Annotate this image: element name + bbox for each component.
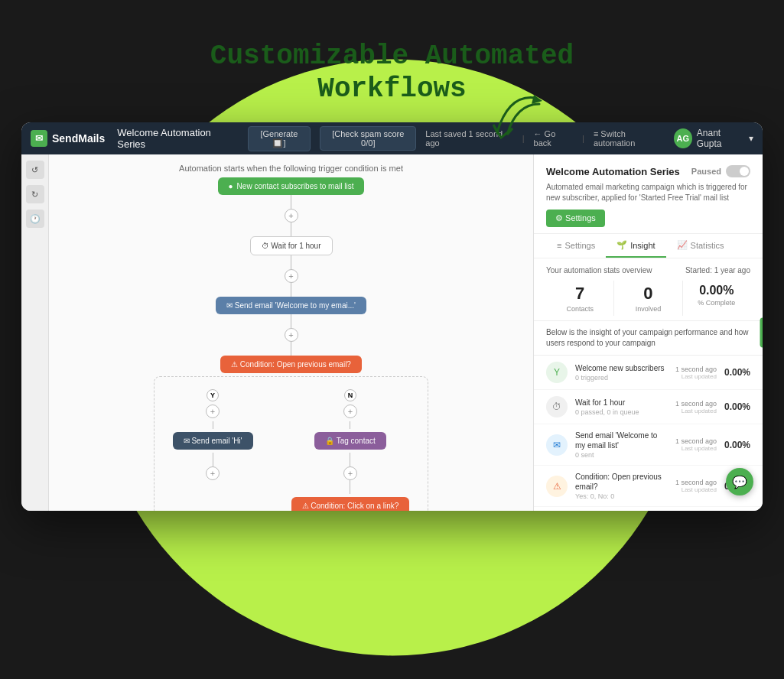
- insight-pct-0: 0.00%: [724, 367, 750, 378]
- yes-label: Y: [207, 389, 219, 401]
- sidebar-redo-icon[interactable]: ↻: [26, 185, 44, 203]
- chevron-down-icon: ▾: [749, 133, 753, 144]
- condition-node[interactable]: ⚠ Condition: Open previous email?: [220, 356, 362, 373]
- tab-statistics[interactable]: 📈 Statistics: [666, 234, 735, 258]
- insight-time-0: 1 second ago: [675, 365, 717, 373]
- stat-contacts: 7 Contacts: [546, 281, 614, 316]
- started-label: Started: 1 year ago: [685, 266, 750, 275]
- tab-insight[interactable]: 🌱 Insight: [606, 234, 665, 258]
- insight-time-block-2: 1 second ago Last updated: [675, 437, 717, 452]
- add-yes-step-2[interactable]: +: [206, 466, 220, 480]
- wait-label: ⏱ Wait for 1 hour: [262, 242, 321, 250]
- condition-label: ⚠ Condition: Open previous email?: [231, 360, 351, 369]
- insight-description: Below is the insight of your campaign pe…: [534, 321, 763, 356]
- paused-label: Paused: [691, 167, 721, 176]
- right-panel: Welcome Automation Series Paused Automat…: [533, 154, 763, 511]
- insight-item-4: ✉ Send email 'Hi' 0 sent 1 second ago La…: [534, 507, 763, 511]
- bug-report-tab[interactable]: ↑ Bug: [760, 317, 763, 347]
- insight-name-2: Send email 'Welcome to my email list': [575, 430, 668, 450]
- send-hi-node[interactable]: ✉ Send email 'Hi': [173, 432, 253, 450]
- involved-label: Involved: [614, 305, 682, 313]
- toggle-switch[interactable]: [726, 165, 750, 177]
- statistics-tab-label: Statistics: [691, 241, 724, 250]
- trigger-node[interactable]: ● New contact subscribes to mail list: [218, 177, 365, 195]
- settings-tab-icon: ≡: [557, 241, 561, 250]
- trigger-label: New contact subscribes to mail list: [237, 182, 354, 190]
- workflow-canvas: Automation starts when the following tri…: [49, 154, 533, 511]
- insight-time-3: 1 second ago: [675, 479, 717, 486]
- insight-sub-2: 0 sent: [575, 451, 668, 459]
- user-menu[interactable]: AG Anant Gupta ▾: [674, 128, 753, 149]
- insight-info-1: Wait for 1 hour 0 passed, 0 in queue: [575, 398, 668, 416]
- main-content: ↺ ↻ 🕐 Automation starts when the followi…: [21, 154, 763, 511]
- nav-title: Welcome Automation Series: [117, 127, 235, 150]
- no-label: N: [344, 389, 356, 401]
- add-yes-step[interactable]: +: [206, 404, 220, 418]
- insight-name-3: Condition: Open previous email?: [575, 472, 668, 492]
- right-panel-description: Automated email marketing campaign which…: [546, 182, 750, 203]
- trigger-icon: ●: [229, 182, 233, 190]
- insight-icon-3: ⚠: [546, 476, 568, 497]
- add-step-2[interactable]: +: [285, 269, 298, 283]
- insight-item-0: Y Welcome new subscribers 0 triggered 1 …: [534, 356, 763, 390]
- panel-tabs: ≡ Settings 🌱 Insight 📈 Statistics: [534, 234, 763, 258]
- connector-yes: +: [206, 453, 220, 480]
- add-no-step[interactable]: +: [343, 404, 357, 418]
- stats-overview: Your automation stats overview Started: …: [534, 258, 763, 321]
- statistics-tab-icon: 📈: [677, 240, 688, 250]
- stat-involved: 0 Involved: [614, 281, 682, 316]
- complete-value: 0.00%: [683, 284, 750, 297]
- logo: ✉ SendMails: [31, 130, 105, 147]
- add-step-3[interactable]: +: [285, 328, 298, 342]
- spam-score-button[interactable]: [Check spam score 0/0]: [320, 126, 416, 151]
- logo-icon: ✉: [31, 130, 47, 147]
- overview-label: Your automation stats overview: [546, 266, 652, 275]
- insight-name-0: Welcome new subscribers: [575, 363, 668, 373]
- right-panel-header: Welcome Automation Series Paused Automat…: [534, 154, 763, 234]
- connector-2: +: [285, 255, 298, 297]
- insight-updated-2: Last updated: [675, 445, 717, 452]
- add-no-step-2[interactable]: +: [343, 466, 357, 480]
- insight-icon-2: ✉: [546, 434, 568, 456]
- insight-info-0: Welcome new subscribers 0 triggered: [575, 363, 668, 382]
- insight-sub-3: Yes: 0, No: 0: [575, 492, 668, 500]
- insight-time-block-1: 1 second ago Last updated: [675, 400, 717, 414]
- user-avatar: AG: [674, 128, 692, 148]
- insight-updated-1: Last updated: [675, 408, 717, 414]
- insight-tab-icon: 🌱: [616, 240, 627, 250]
- send-email-label: ✉ Send email 'Welcome to my emai...': [226, 301, 356, 310]
- tag-contact-node[interactable]: 🔒 Tag contact: [314, 432, 386, 450]
- insight-updated-3: Last updated: [675, 486, 717, 493]
- add-step-1[interactable]: +: [285, 209, 298, 223]
- send-email-node[interactable]: ✉ Send email 'Welcome to my emai...': [216, 297, 366, 314]
- logo-text: SendMails: [52, 132, 105, 145]
- switch-automation-link[interactable]: ≡ Switch automation: [594, 129, 665, 148]
- yes-branch: Y + ✉ Send email 'Hi' +: [173, 389, 253, 480]
- stat-complete: 0.00% % Complete: [683, 281, 750, 316]
- tab-settings[interactable]: ≡ Settings: [546, 234, 606, 258]
- tag-contact-label: 🔒 Tag contact: [325, 437, 376, 445]
- paused-toggle[interactable]: Paused: [691, 165, 750, 177]
- stats-overview-header: Your automation stats overview Started: …: [546, 266, 750, 275]
- wait-node[interactable]: ⏱ Wait for 1 hour: [250, 236, 333, 255]
- contacts-label: Contacts: [546, 305, 613, 313]
- insight-time-2: 1 second ago: [675, 437, 717, 445]
- chat-button[interactable]: 💬: [726, 468, 753, 495]
- sidebar-undo-icon[interactable]: ↺: [26, 161, 44, 179]
- insight-icon-0: Y: [546, 362, 568, 383]
- condition2-node[interactable]: ⚠ Condition: Click on a link?: [291, 497, 410, 511]
- settings-button[interactable]: ⚙ Settings: [546, 210, 605, 227]
- connector-1: +: [285, 195, 298, 236]
- user-name: Anant Gupta: [697, 128, 744, 149]
- svg-marker-0: [532, 95, 542, 104]
- generate-button[interactable]: [Generate 🔲]: [248, 126, 311, 151]
- insight-item-2: ✉ Send email 'Welcome to my email list' …: [534, 424, 763, 466]
- insight-pct-1: 0.00%: [724, 401, 750, 412]
- insight-sub-1: 0 passed, 0 in queue: [575, 408, 668, 416]
- complete-label: % Complete: [683, 299, 750, 307]
- navbar: ✉ SendMails Welcome Automation Series [G…: [21, 122, 763, 154]
- no-branch: N + 🔒 Tag contact + ⚠ Condition: Clic: [291, 389, 410, 511]
- toggle-knob: [740, 167, 749, 176]
- app-window: ✉ SendMails Welcome Automation Series [G…: [21, 122, 763, 511]
- sidebar-history-icon[interactable]: 🕐: [26, 210, 44, 228]
